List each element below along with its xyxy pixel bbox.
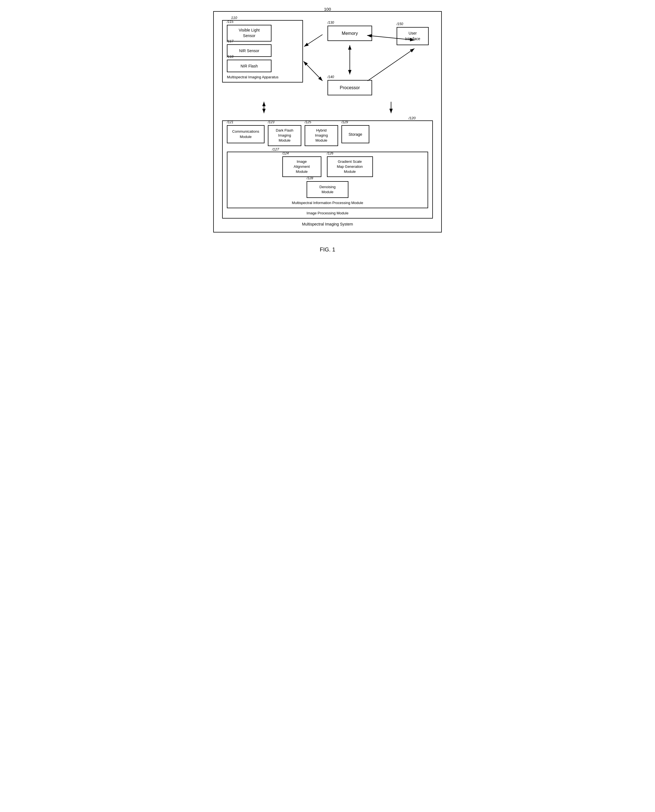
denoising-module-text: DenoisingModule	[320, 185, 335, 195]
visible-light-sensor-box: Visible LightSensor	[227, 25, 272, 42]
ref-129-label: /129	[341, 120, 348, 124]
page-container: 100 110 /115 Visible LightSensor /117	[213, 11, 442, 253]
mipm-label: Multispectral Information Processing Mod…	[232, 201, 423, 205]
outer-system-box: 100 110 /115 Visible LightSensor /117	[213, 11, 442, 232]
vertical-arrows-row	[222, 101, 433, 115]
processor-wrapper: /140 Processor	[328, 80, 372, 95]
ref-100-label: 100	[324, 7, 331, 11]
ref-115-label: /115	[227, 20, 233, 24]
ref-125-label: /125	[304, 120, 311, 124]
ref-123-label: /123	[268, 120, 274, 124]
ref-130-label: /130	[328, 21, 334, 25]
ref-140-label: /140	[328, 75, 334, 79]
middle-col: /130 Memory	[303, 20, 397, 95]
apparatus-box: 110 /115 Visible LightSensor /117 NIR Se…	[222, 20, 303, 83]
user-interface-text: UserInterface	[405, 31, 420, 42]
user-interface-col: /150 UserInterface	[397, 27, 433, 45]
user-interface-wrapper: /150 UserInterface	[397, 27, 429, 45]
processor-box: Processor	[328, 80, 372, 95]
dark-flash-module-box: Dark FlashImagingModule	[268, 125, 301, 146]
dark-flash-module-text: Dark FlashImagingModule	[276, 128, 294, 143]
processor-text: Processor	[340, 85, 360, 90]
ref-126-label: /126	[327, 151, 334, 155]
hybrid-imaging-module-box: HybridImagingModule	[304, 125, 338, 146]
denoising-inner-wrapper: /128 DenoisingModule	[307, 181, 348, 198]
hybrid-imaging-module-text: HybridImagingModule	[315, 128, 328, 143]
memory-box: Memory	[328, 26, 372, 41]
storage-wrapper: /129 Storage	[341, 125, 369, 146]
ref-120-label: /120	[409, 116, 415, 120]
ref-118-label: /118	[227, 55, 233, 58]
apparatus-sensors: /115 Visible LightSensor /117 NIR Sensor	[227, 25, 298, 72]
ref-127-label: /127	[272, 147, 279, 151]
memory-wrapper: /130 Memory	[328, 26, 372, 41]
nir-sensor-wrapper: /117 NIR Sensor	[227, 44, 298, 57]
image-alignment-text: ImageAlignmentModule	[294, 159, 310, 174]
gradient-scale-map-wrapper: /126 Gradient ScaleMap GenerationModule	[327, 156, 373, 177]
image-processing-box: /120 /121 CommunicationsModule /123 Dark…	[222, 120, 433, 218]
storage-box: Storage	[341, 125, 369, 143]
hybrid-imaging-module-wrapper: /125 HybridImagingModule	[304, 125, 338, 146]
communications-module-text: CommunicationsModule	[232, 129, 259, 139]
apparatus-down-arrow	[258, 101, 269, 115]
nir-sensor-text: NIR Sensor	[239, 49, 259, 53]
memory-text: Memory	[342, 31, 358, 36]
dark-flash-module-wrapper: /123 Dark FlashImagingModule	[268, 125, 301, 146]
apparatus-label: Multispectral Imaging Apparatus	[227, 75, 298, 79]
processor-down-arrow	[386, 101, 397, 115]
ref-150-label: /150	[397, 22, 403, 26]
nir-flash-wrapper: /118 NIR Flash	[227, 60, 298, 72]
arrows-memory-processor-svg	[318, 44, 382, 80]
mipm-inner-row: /124 ImageAlignmentModule /126 Gradient …	[232, 156, 423, 177]
storage-text: Storage	[348, 132, 362, 137]
user-interface-box: UserInterface	[397, 27, 429, 45]
outer-system-label: Multispectral Imaging System	[222, 222, 433, 226]
ip-label: Image Processing Module	[227, 211, 428, 215]
communications-module-wrapper: /121 CommunicationsModule	[227, 125, 264, 146]
ref-124-label: /124	[282, 151, 289, 155]
visible-light-sensor-wrapper: /115 Visible LightSensor	[227, 25, 298, 42]
top-section: 110 /115 Visible LightSensor /117 NIR Se…	[222, 20, 433, 95]
apparatus-ref-label: 110	[231, 15, 237, 20]
gradient-scale-map-text: Gradient ScaleMap GenerationModule	[337, 159, 363, 174]
nir-flash-text: NIR Flash	[241, 64, 258, 68]
nir-flash-box: NIR Flash	[227, 60, 272, 72]
denoising-module-wrapper: /128 DenoisingModule	[232, 181, 423, 198]
gradient-scale-map-box: Gradient ScaleMap GenerationModule	[327, 156, 373, 177]
communications-module-box: CommunicationsModule	[227, 125, 264, 143]
ref-128-label: /128	[307, 176, 313, 180]
nir-sensor-box: NIR Sensor	[227, 44, 272, 57]
visible-light-sensor-text: Visible LightSensor	[238, 28, 260, 38]
denoising-module-box: DenoisingModule	[307, 181, 348, 198]
ref-121-label: /121	[227, 120, 233, 124]
image-alignment-box: ImageAlignmentModule	[282, 156, 321, 177]
ref-117-label: /117	[227, 39, 233, 43]
mipm-box: /127 /124 ImageAlignmentModule /126 Grad…	[227, 152, 428, 209]
modules-row: /121 CommunicationsModule /123 Dark Flas…	[227, 125, 428, 146]
image-alignment-wrapper: /124 ImageAlignmentModule	[282, 156, 321, 177]
fig-label: FIG. 1	[320, 246, 335, 253]
